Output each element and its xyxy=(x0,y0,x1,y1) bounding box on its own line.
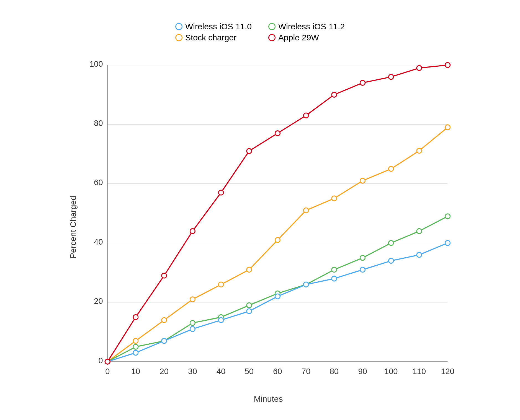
chart-legend: Wireless iOS 11.0 Wireless iOS 11.2 Stoc… xyxy=(175,22,345,42)
point-wireless112-9 xyxy=(360,255,365,260)
point-wireless110-11 xyxy=(417,252,422,257)
point-wireless110-9 xyxy=(360,267,365,272)
legend-circle-stock xyxy=(175,34,182,41)
point-stock-2 xyxy=(162,318,167,323)
point-wireless110-2 xyxy=(162,338,167,343)
svg-text:30: 30 xyxy=(188,367,197,376)
point-apple29w-0 xyxy=(105,359,110,364)
point-apple29w-4 xyxy=(218,190,223,195)
svg-text:60: 60 xyxy=(94,178,103,187)
point-wireless112-5 xyxy=(247,303,252,308)
chart-inner: 0 20 40 60 80 100 0 10 20 30 40 50 60 70 xyxy=(83,51,454,404)
point-wireless110-8 xyxy=(332,276,337,281)
svg-text:40: 40 xyxy=(217,367,225,376)
svg-text:120: 120 xyxy=(441,367,454,376)
svg-text:60: 60 xyxy=(273,367,282,376)
point-apple29w-11 xyxy=(417,66,422,71)
legend-item-wireless112: Wireless iOS 11.2 xyxy=(268,22,345,31)
point-wireless112-10 xyxy=(388,240,393,245)
y-axis-label: Percent Charged xyxy=(66,51,80,404)
svg-text:90: 90 xyxy=(358,367,367,376)
point-stock-12 xyxy=(445,125,450,130)
point-stock-6 xyxy=(275,238,280,243)
legend-item-wireless110: Wireless iOS 11.0 xyxy=(175,22,252,31)
point-apple29w-5 xyxy=(247,149,252,154)
chart-svg-wrapper: 0 20 40 60 80 100 0 10 20 30 40 50 60 70 xyxy=(83,51,454,392)
svg-text:0: 0 xyxy=(105,367,110,376)
point-wireless112-12 xyxy=(445,214,450,219)
point-stock-3 xyxy=(190,297,195,302)
point-wireless110-4 xyxy=(218,318,223,323)
legend-label-stock: Stock charger xyxy=(185,33,236,42)
point-stock-4 xyxy=(218,282,223,287)
chart-svg: 0 20 40 60 80 100 0 10 20 30 40 50 60 70 xyxy=(83,51,454,392)
legend-circle-apple29w xyxy=(268,34,276,41)
point-wireless112-3 xyxy=(190,320,195,325)
point-stock-1 xyxy=(133,338,138,343)
point-wireless110-5 xyxy=(247,309,252,314)
point-apple29w-3 xyxy=(190,229,195,234)
svg-text:0: 0 xyxy=(98,356,103,365)
point-stock-11 xyxy=(417,148,422,153)
point-wireless112-1 xyxy=(133,344,138,349)
point-wireless112-11 xyxy=(417,229,422,234)
legend-label-wireless110: Wireless iOS 11.0 xyxy=(185,22,252,31)
svg-text:100: 100 xyxy=(89,59,103,68)
legend-label-wireless112: Wireless iOS 11.2 xyxy=(278,22,345,31)
point-stock-9 xyxy=(360,178,365,183)
line-stock xyxy=(107,127,447,362)
svg-text:100: 100 xyxy=(384,367,398,376)
point-apple29w-9 xyxy=(360,80,365,85)
svg-text:80: 80 xyxy=(330,367,339,376)
point-wireless110-1 xyxy=(133,350,138,355)
point-apple29w-1 xyxy=(133,315,138,320)
point-apple29w-2 xyxy=(162,273,167,278)
svg-text:110: 110 xyxy=(413,367,426,376)
svg-text:20: 20 xyxy=(94,297,103,305)
point-wireless110-7 xyxy=(303,282,308,287)
chart-area: Percent Charged xyxy=(66,51,454,404)
point-apple29w-12 xyxy=(445,63,450,68)
legend-item-apple29w: Apple 29W xyxy=(268,33,345,42)
legend-label-apple29w: Apple 29W xyxy=(278,33,319,42)
point-apple29w-8 xyxy=(332,92,337,97)
legend-item-stock: Stock charger xyxy=(175,33,252,42)
point-stock-5 xyxy=(247,267,252,272)
line-apple29w xyxy=(107,65,447,362)
svg-text:80: 80 xyxy=(94,119,103,128)
point-apple29w-10 xyxy=(388,74,393,79)
point-stock-8 xyxy=(332,196,337,201)
svg-text:20: 20 xyxy=(160,367,169,376)
svg-text:40: 40 xyxy=(94,237,103,246)
svg-text:50: 50 xyxy=(245,367,254,376)
x-axis-label: Minutes xyxy=(83,394,454,404)
point-apple29w-7 xyxy=(303,113,308,118)
svg-text:70: 70 xyxy=(302,367,310,376)
point-wireless110-3 xyxy=(190,326,195,331)
point-stock-7 xyxy=(303,208,308,213)
legend-circle-wireless110 xyxy=(175,23,182,30)
legend-circle-wireless112 xyxy=(268,23,276,30)
point-apple29w-6 xyxy=(275,131,280,136)
point-wireless110-6 xyxy=(275,294,280,299)
point-wireless110-12 xyxy=(445,240,450,245)
chart-container: Wireless iOS 11.0 Wireless iOS 11.2 Stoc… xyxy=(66,16,454,404)
point-wireless110-10 xyxy=(388,258,393,263)
point-wireless112-8 xyxy=(332,267,337,272)
point-stock-10 xyxy=(388,166,393,171)
svg-text:10: 10 xyxy=(131,367,140,376)
